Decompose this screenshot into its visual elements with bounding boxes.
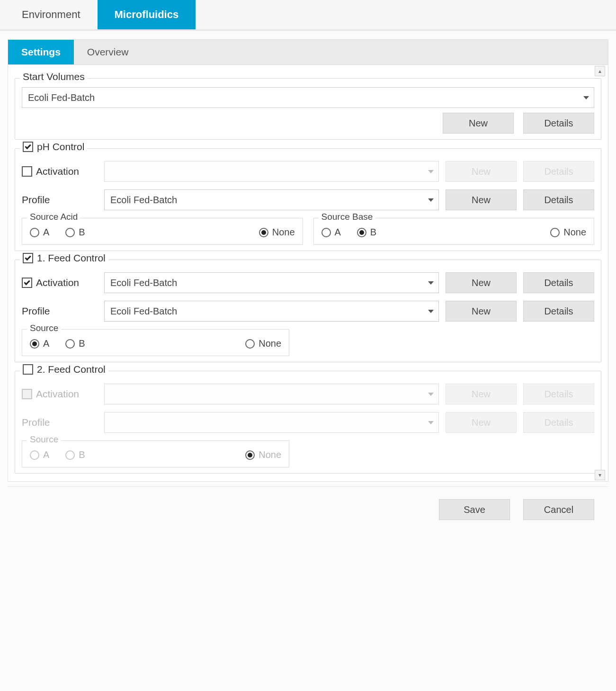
feed2-source-legend: Source xyxy=(27,434,61,445)
feed2-profile-label: Profile xyxy=(22,417,98,428)
tab-settings[interactable]: Settings xyxy=(8,40,74,64)
feed1-legend: 1. Feed Control xyxy=(37,252,106,264)
ph-profile-label: Profile xyxy=(22,194,98,206)
chevron-down-icon xyxy=(428,393,434,396)
scroll-up-button[interactable]: ▴ xyxy=(595,66,605,76)
feed2-activation-details-button: Details xyxy=(523,384,594,404)
group-ph-control: pH Control Activation New Details Pro xyxy=(15,148,601,251)
source-base-legend: Source Base xyxy=(319,212,376,222)
tab-overview[interactable]: Overview xyxy=(74,40,142,64)
source-acid-a[interactable]: A xyxy=(30,227,49,238)
feed2-source-group: Source A B xyxy=(22,440,289,467)
settings-body: ▴ Start Volumes Ecoli Fed-Batch New Deta… xyxy=(8,65,608,481)
ph-activation-new-button: New xyxy=(446,161,517,182)
ph-activation-label: Activation xyxy=(36,166,79,177)
feed1-source-none[interactable]: None xyxy=(245,338,281,349)
source-base-none[interactable]: None xyxy=(550,227,586,238)
feed2-activation-dropdown xyxy=(104,384,439,404)
start-volumes-value: Ecoli Fed-Batch xyxy=(28,92,95,103)
tab-microfluidics[interactable]: Microfluidics xyxy=(98,0,196,29)
feed2-source-a: A xyxy=(30,449,49,460)
feed1-activation-checkbox[interactable] xyxy=(22,278,32,288)
feed2-profile-dropdown xyxy=(104,412,439,433)
source-base-group: Source Base A B xyxy=(313,218,595,245)
ph-activation-details-button: Details xyxy=(523,161,594,182)
feed2-legend: 2. Feed Control xyxy=(37,364,106,375)
chevron-down-icon xyxy=(428,170,434,173)
ph-profile-value: Ecoli Fed-Batch xyxy=(110,195,177,206)
scroll-down-button[interactable]: ▾ xyxy=(595,470,605,480)
source-acid-b[interactable]: B xyxy=(65,227,85,238)
feed1-activation-label: Activation xyxy=(36,277,79,288)
feed1-profile-new-button[interactable]: New xyxy=(446,301,517,322)
ph-activation-checkbox[interactable] xyxy=(22,166,32,177)
top-tabs: Environment Microfluidics xyxy=(0,0,616,31)
chevron-down-icon xyxy=(428,421,434,424)
ph-profile-dropdown[interactable]: Ecoli Fed-Batch xyxy=(104,189,439,210)
ph-activation-dropdown[interactable] xyxy=(104,161,439,182)
chevron-down-icon xyxy=(428,281,434,285)
ph-profile-new-button[interactable]: New xyxy=(446,189,517,210)
feed2-profile-details-button: Details xyxy=(523,412,594,433)
feed1-profile-details-button[interactable]: Details xyxy=(523,301,594,322)
content-panel: Settings Overview ▴ Start Volumes Ecoli … xyxy=(8,39,608,482)
feed2-profile-new-button: New xyxy=(446,412,517,433)
start-volumes-legend: Start Volumes xyxy=(20,71,88,82)
source-acid-none[interactable]: None xyxy=(259,227,295,238)
feed2-source-b: B xyxy=(65,449,85,460)
chevron-down-icon xyxy=(583,96,589,99)
feed1-profile-value: Ecoli Fed-Batch xyxy=(110,306,177,317)
feed2-activation-checkbox xyxy=(22,389,32,399)
start-volumes-details-button[interactable]: Details xyxy=(523,113,594,134)
feed2-source-none: None xyxy=(245,449,281,460)
chevron-down-icon xyxy=(428,310,434,313)
start-volumes-new-button[interactable]: New xyxy=(443,113,514,134)
feed2-activation-label: Activation xyxy=(36,388,79,400)
source-acid-group: Source Acid A B xyxy=(22,218,303,245)
source-base-b[interactable]: B xyxy=(357,227,376,238)
tab-environment[interactable]: Environment xyxy=(5,0,98,29)
cancel-button[interactable]: Cancel xyxy=(523,499,594,520)
feed1-source-a[interactable]: A xyxy=(30,338,49,349)
feed1-activation-details-button[interactable]: Details xyxy=(523,272,594,293)
feed2-activation-new-button: New xyxy=(446,384,517,404)
feed1-profile-label: Profile xyxy=(22,305,98,317)
feed2-checkbox[interactable] xyxy=(23,364,33,375)
feed1-activation-value: Ecoli Fed-Batch xyxy=(110,278,177,288)
chevron-down-icon xyxy=(428,198,434,202)
save-button[interactable]: Save xyxy=(439,499,510,520)
feed1-source-group: Source A B xyxy=(22,329,289,356)
feed1-source-b[interactable]: B xyxy=(65,338,85,349)
feed1-activation-dropdown[interactable]: Ecoli Fed-Batch xyxy=(104,272,439,293)
feed1-profile-dropdown[interactable]: Ecoli Fed-Batch xyxy=(104,301,439,322)
group-feed2: 2. Feed Control Activation New Details xyxy=(15,371,601,474)
feed1-activation-new-button[interactable]: New xyxy=(446,272,517,293)
feed1-checkbox[interactable] xyxy=(23,253,33,263)
ph-control-legend: pH Control xyxy=(37,141,84,153)
sub-tabs: Settings Overview xyxy=(8,40,608,65)
footer: Save Cancel xyxy=(8,486,608,520)
group-start-volumes: Start Volumes Ecoli Fed-Batch New Detail… xyxy=(15,78,601,140)
start-volumes-dropdown[interactable]: Ecoli Fed-Batch xyxy=(22,87,594,108)
source-base-a[interactable]: A xyxy=(321,227,341,238)
ph-profile-details-button[interactable]: Details xyxy=(523,189,594,210)
group-feed1: 1. Feed Control Activation Ecoli Fed-Bat… xyxy=(15,260,601,362)
ph-control-checkbox[interactable] xyxy=(23,142,33,152)
feed1-source-legend: Source xyxy=(27,323,61,333)
source-acid-legend: Source Acid xyxy=(27,212,80,222)
